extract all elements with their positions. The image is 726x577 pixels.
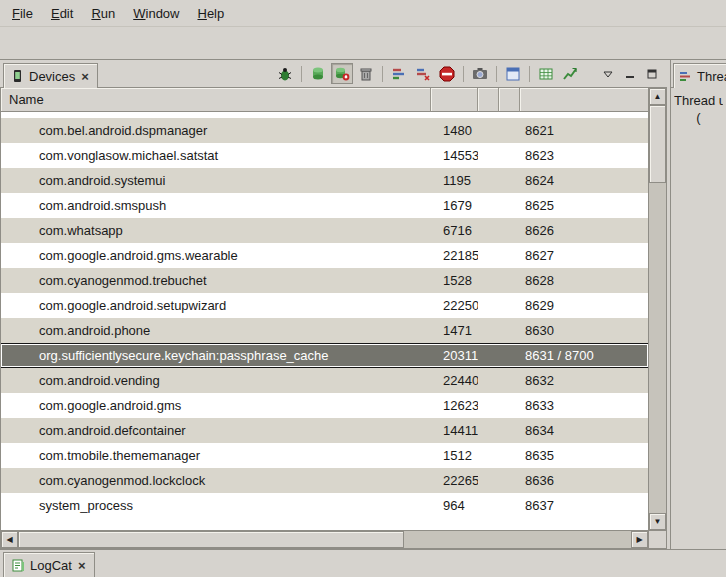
scroll-left-button[interactable]: ◀ bbox=[1, 531, 18, 548]
process-port: 8628 bbox=[520, 273, 648, 288]
scrollbar-corner bbox=[648, 531, 666, 548]
table-row[interactable]: com.cyanogenmod.lockclock222658636 bbox=[1, 468, 648, 493]
table-row[interactable]: com.android.phone14718630 bbox=[1, 318, 648, 343]
stop-process-icon[interactable] bbox=[436, 63, 458, 84]
devices-panel-header: Devices × bbox=[0, 60, 667, 88]
process-port: 8634 bbox=[520, 423, 648, 438]
tab-devices-label: Devices bbox=[29, 69, 75, 84]
minimize-icon[interactable] bbox=[621, 65, 639, 83]
stop-threads-icon[interactable] bbox=[412, 63, 434, 84]
process-port: 8637 bbox=[520, 498, 648, 513]
close-icon[interactable]: × bbox=[77, 559, 87, 572]
process-port: 8636 bbox=[520, 473, 648, 488]
process-name: org.sufficientlysecure.keychain:passphra… bbox=[1, 348, 431, 363]
view-hierarchy-icon[interactable] bbox=[502, 63, 524, 84]
table-row[interactable]: com.android.defcontainer144118634 bbox=[1, 418, 648, 443]
menu-edit[interactable]: Edit bbox=[43, 3, 81, 24]
down-arrow-icon: ▼ bbox=[654, 518, 662, 526]
scroll-down-button[interactable]: ▼ bbox=[649, 513, 666, 530]
process-port: 8629 bbox=[520, 298, 648, 313]
threads-message-line: Thread up bbox=[674, 92, 723, 109]
tab-logcat[interactable]: LogCat × bbox=[3, 552, 95, 577]
table-row[interactable]: com.whatsapp67168626 bbox=[1, 218, 648, 243]
horizontal-scroll-thumb[interactable] bbox=[18, 531, 404, 548]
toolbar-separator bbox=[382, 66, 383, 82]
process-port: 8627 bbox=[520, 248, 648, 263]
update-heap-icon[interactable] bbox=[307, 63, 329, 84]
screen-capture-camera-icon[interactable] bbox=[469, 63, 491, 84]
table-row[interactable]: com.tmobile.thememanager15128635 bbox=[1, 443, 648, 468]
column-header-pid[interactable] bbox=[431, 88, 478, 112]
maximize-icon[interactable] bbox=[643, 65, 661, 83]
process-name: com.cyanogenmod.trebuchet bbox=[1, 273, 431, 288]
threads-panel: Threads × Thread up ( bbox=[670, 60, 726, 549]
table-row[interactable]: com.cyanogenmod.trebuchet15288628 bbox=[1, 268, 648, 293]
cause-gc-trash-icon[interactable] bbox=[355, 63, 377, 84]
menu-help[interactable]: Help bbox=[189, 3, 232, 24]
tab-devices[interactable]: Devices × bbox=[3, 63, 98, 88]
menu-window[interactable]: Window bbox=[125, 3, 187, 24]
process-name: com.tmobile.thememanager bbox=[1, 448, 431, 463]
vertical-scroll-thumb[interactable] bbox=[649, 105, 666, 183]
table-row[interactable]: com.android.smspush16798625 bbox=[1, 193, 648, 218]
update-threads-icon[interactable] bbox=[388, 63, 410, 84]
tab-threads-label: Threads bbox=[697, 69, 726, 84]
menu-bar: File Edit Run Window Help bbox=[0, 0, 726, 27]
tab-threads[interactable]: Threads × bbox=[673, 63, 726, 88]
table-row[interactable]: system_process9648637 bbox=[1, 493, 648, 518]
method-profiling-icon[interactable] bbox=[559, 63, 581, 84]
process-name: com.android.phone bbox=[1, 323, 431, 338]
process-pid: 1528 bbox=[431, 273, 478, 288]
scroll-up-button[interactable]: ▲ bbox=[649, 88, 666, 105]
toolbar-separator bbox=[463, 66, 464, 82]
process-name: com.vonglasow.michael.satstat bbox=[1, 148, 431, 163]
process-name: com.cyanogenmod.lockclock bbox=[1, 473, 431, 488]
process-pid: 1480 bbox=[431, 123, 478, 138]
table-row[interactable]: com.android.systemui11958624 bbox=[1, 168, 648, 193]
table-row[interactable]: com.android.vending224408632 bbox=[1, 368, 648, 393]
process-pid: 14553 bbox=[431, 148, 478, 163]
process-pid: 14411 bbox=[431, 423, 478, 438]
table-row[interactable]: com.google.android.gms126238633 bbox=[1, 393, 648, 418]
process-port: 8626 bbox=[520, 223, 648, 238]
process-pid: 964 bbox=[431, 498, 478, 513]
scroll-right-button[interactable]: ▶ bbox=[631, 531, 648, 548]
process-port: 8631 / 8700 bbox=[520, 348, 648, 363]
panel-window-controls bbox=[599, 65, 661, 83]
table-row[interactable]: org.sufficientlysecure.keychain:passphra… bbox=[1, 343, 648, 368]
process-name: com.android.vending bbox=[1, 373, 431, 388]
up-arrow-icon: ▲ bbox=[654, 93, 662, 101]
process-name: com.android.defcontainer bbox=[1, 423, 431, 438]
process-pid: 6716 bbox=[431, 223, 478, 238]
process-name: com.android.smspush bbox=[1, 198, 431, 213]
vertical-scroll-track[interactable] bbox=[649, 105, 666, 513]
horizontal-scroll-track[interactable] bbox=[18, 531, 631, 548]
process-name: com.bel.android.dspmanager bbox=[1, 123, 431, 138]
process-pid: 1679 bbox=[431, 198, 478, 213]
systrace-icon[interactable] bbox=[535, 63, 557, 84]
debug-process-icon[interactable] bbox=[274, 63, 296, 84]
menu-file[interactable]: File bbox=[4, 3, 41, 24]
vertical-scrollbar[interactable]: ▲ ▼ bbox=[648, 88, 666, 530]
table-row[interactable]: com.vonglasow.michael.satstat145538623 bbox=[1, 143, 648, 168]
horizontal-scrollbar[interactable]: ◀ ▶ bbox=[1, 531, 648, 548]
table-row[interactable]: com.google.android.setupwizard222508629 bbox=[1, 293, 648, 318]
column-header-3[interactable] bbox=[478, 88, 499, 112]
process-port: 8632 bbox=[520, 373, 648, 388]
column-header-name[interactable]: Name bbox=[1, 88, 431, 112]
process-name: system_process bbox=[1, 498, 431, 513]
column-header-port[interactable] bbox=[520, 88, 648, 112]
toolbar-separator bbox=[301, 66, 302, 82]
device-table-body: com.bel.android.dspmanager14808621com.vo… bbox=[1, 112, 648, 530]
view-menu-icon[interactable] bbox=[599, 65, 617, 83]
process-name: com.google.android.gms bbox=[1, 398, 431, 413]
table-row[interactable]: com.bel.android.dspmanager14808621 bbox=[1, 118, 648, 143]
menu-run[interactable]: Run bbox=[83, 3, 123, 24]
process-port: 8623 bbox=[520, 148, 648, 163]
logcat-icon bbox=[11, 558, 25, 572]
column-header-4[interactable] bbox=[499, 88, 520, 112]
close-icon[interactable]: × bbox=[80, 70, 90, 83]
table-row[interactable]: com.google.android.gms.wearable221858627 bbox=[1, 243, 648, 268]
process-name: com.android.systemui bbox=[1, 173, 431, 188]
dump-hprof-icon[interactable] bbox=[331, 63, 353, 84]
